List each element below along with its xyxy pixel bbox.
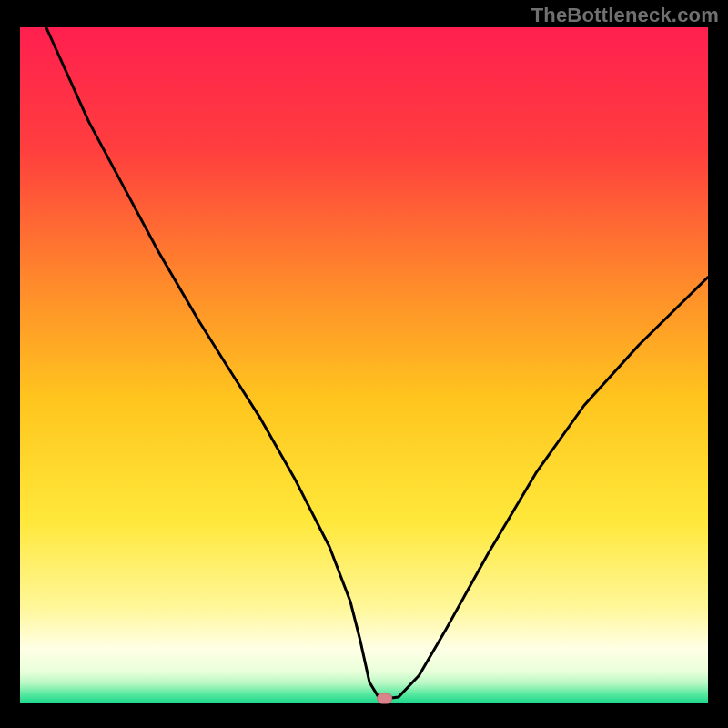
watermark-text: TheBottleneck.com (531, 4, 719, 27)
optimal-point-marker (378, 693, 392, 703)
gradient-background (20, 27, 708, 703)
bottleneck-chart (0, 0, 728, 728)
chart-frame: TheBottleneck.com (0, 0, 728, 728)
